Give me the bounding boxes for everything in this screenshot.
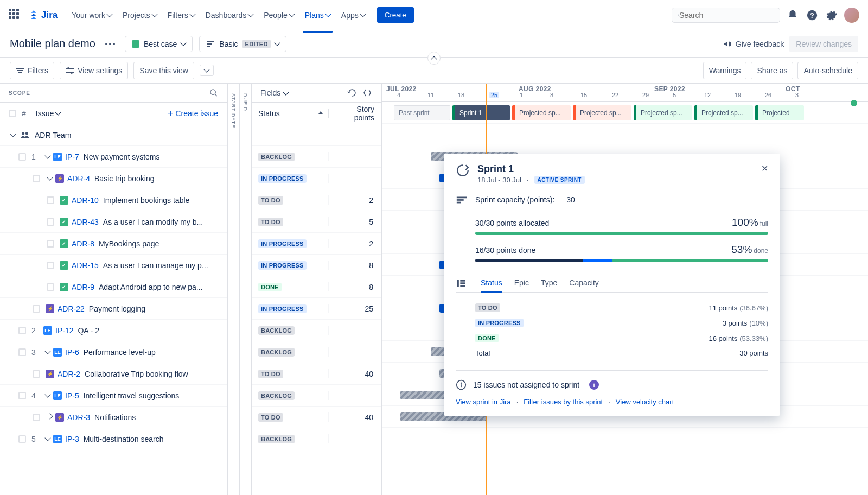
create-issue-button[interactable]: +Create issue <box>168 109 218 118</box>
warnings-button[interactable]: Warnings <box>703 62 747 79</box>
nav-item-apps[interactable]: Apps <box>336 7 371 24</box>
row-checkbox[interactable] <box>47 283 54 291</box>
panel-link[interactable]: View velocity chart <box>616 398 674 406</box>
nav-item-people[interactable]: People <box>258 7 299 24</box>
nav-item-filters[interactable]: Filters <box>162 7 200 24</box>
issue-row[interactable]: ⚡ADR-2Collaborative Trip booking flow <box>0 363 227 384</box>
row-checkbox[interactable] <box>47 240 54 248</box>
tab-type[interactable]: Type <box>541 274 557 292</box>
fields-label[interactable]: Fields <box>260 88 280 97</box>
sprint-bar[interactable]: Projected <box>755 105 804 120</box>
search-box[interactable] <box>672 8 780 23</box>
row-checkbox[interactable] <box>33 175 40 182</box>
issue-row[interactable]: 2LEIP-12QA - 2 <box>0 319 227 341</box>
issue-key[interactable]: ADR-8 <box>72 239 94 248</box>
expand-toggle[interactable] <box>9 131 17 139</box>
status-column-header[interactable]: Status <box>252 109 329 118</box>
status-lozenge[interactable]: TO DO <box>258 218 283 226</box>
sprint-bar[interactable]: Sprint 1 <box>452 105 510 120</box>
issue-row[interactable]: ⚡ADR-22Payment logging <box>0 297 227 319</box>
issue-row[interactable]: ✓ADR-9Adapt Android app to new pa... <box>0 276 227 297</box>
issue-key[interactable]: IP-7 <box>65 153 79 161</box>
status-lozenge[interactable]: BACKLOG <box>258 153 295 161</box>
issue-row[interactable]: ✓ADR-10Implement bookings table <box>0 189 227 211</box>
issue-column-header[interactable]: Issue <box>36 109 60 118</box>
issue-key[interactable]: ADR-9 <box>72 283 94 291</box>
issue-key[interactable]: ADR-43 <box>72 218 99 226</box>
row-checkbox[interactable] <box>33 370 40 378</box>
collapse-header-button[interactable] <box>427 52 441 65</box>
nav-item-projects[interactable]: Projects <box>117 7 162 24</box>
share-as-button[interactable]: Share as <box>751 62 793 79</box>
issue-key[interactable]: IP-6 <box>65 348 79 357</box>
expand-toggle[interactable] <box>46 174 54 183</box>
panel-link[interactable]: Filter issues by this sprint <box>524 398 603 406</box>
issue-key[interactable]: ADR-4 <box>67 174 90 183</box>
notifications-icon[interactable] <box>786 8 800 22</box>
status-lozenge[interactable]: BACKLOG <box>258 391 295 400</box>
issue-row[interactable]: 1LEIP-7New payment systems <box>0 145 227 167</box>
nav-item-plans[interactable]: Plans <box>299 7 336 24</box>
save-view-more-button[interactable] <box>200 65 214 76</box>
status-lozenge[interactable]: TO DO <box>258 413 283 422</box>
auto-schedule-button[interactable]: Auto-schedule <box>797 62 858 79</box>
issue-key[interactable]: IP-3 <box>65 435 79 443</box>
status-lozenge[interactable]: IN PROGRESS <box>258 261 307 270</box>
issue-row[interactable]: ⚡ADR-4Basic trip booking <box>0 167 227 189</box>
settings-icon[interactable] <box>825 8 839 22</box>
status-lozenge[interactable]: DONE <box>258 283 282 291</box>
row-checkbox[interactable] <box>18 392 26 399</box>
status-lozenge[interactable]: IN PROGRESS <box>258 174 307 183</box>
status-lozenge[interactable]: TO DO <box>258 370 283 378</box>
expand-toggle[interactable] <box>43 435 52 443</box>
expand-toggle[interactable] <box>46 413 54 422</box>
row-checkbox[interactable] <box>18 153 26 161</box>
issue-key[interactable]: ADR-15 <box>72 261 99 270</box>
sprint-bar[interactable]: Projected sp... <box>694 105 753 120</box>
view-settings-button[interactable]: View settings <box>60 62 128 79</box>
give-feedback-button[interactable]: Give feedback <box>723 39 784 49</box>
info-badge-icon[interactable]: i <box>589 380 599 390</box>
collapse-icon[interactable] <box>362 88 372 98</box>
row-checkbox[interactable] <box>33 305 40 313</box>
row-checkbox[interactable] <box>18 348 26 356</box>
help-icon[interactable]: ? <box>805 8 819 22</box>
issue-key[interactable]: ADR-22 <box>58 304 85 313</box>
tab-epic[interactable]: Epic <box>514 274 529 292</box>
filters-button[interactable]: Filters <box>10 62 54 79</box>
user-avatar[interactable] <box>844 8 859 23</box>
row-checkbox[interactable] <box>18 327 26 334</box>
more-actions-icon[interactable] <box>102 40 118 48</box>
issue-row[interactable]: ✓ADR-8MyBookings page <box>0 232 227 254</box>
row-checkbox[interactable] <box>33 414 40 421</box>
issue-key[interactable]: IP-12 <box>55 326 73 335</box>
row-checkbox[interactable] <box>47 196 54 204</box>
status-lozenge[interactable]: IN PROGRESS <box>258 304 307 313</box>
nav-item-your-work[interactable]: Your work <box>66 7 117 24</box>
issue-key[interactable]: ADR-10 <box>72 196 99 205</box>
tab-capacity[interactable]: Capacity <box>569 274 598 292</box>
panel-link[interactable]: View sprint in Jira <box>456 398 511 406</box>
save-view-button[interactable]: Save this view <box>133 62 194 79</box>
status-lozenge[interactable]: IN PROGRESS <box>258 239 307 248</box>
close-icon[interactable]: ✕ <box>761 163 768 174</box>
status-lozenge[interactable]: TO DO <box>258 196 283 205</box>
status-lozenge[interactable]: BACKLOG <box>258 326 295 335</box>
issue-row[interactable]: ✓ADR-15As a user I can manage my p... <box>0 254 227 276</box>
sprint-bar[interactable]: Projected sp... <box>634 105 692 120</box>
issue-key[interactable]: ADR-3 <box>67 413 90 422</box>
sprint-bar[interactable]: Projected sp... <box>573 105 631 120</box>
issue-key[interactable]: IP-5 <box>65 391 79 400</box>
expand-toggle[interactable] <box>43 153 52 161</box>
create-button[interactable]: Create <box>377 7 414 23</box>
tab-status[interactable]: Status <box>481 274 502 293</box>
row-checkbox[interactable] <box>18 435 26 443</box>
select-all-checkbox[interactable] <box>9 110 16 117</box>
sprint-bar[interactable]: Past sprint <box>394 105 450 120</box>
points-column-header[interactable]: Story points <box>329 105 381 122</box>
scope-search-icon[interactable] <box>209 88 218 97</box>
search-input[interactable] <box>679 11 774 20</box>
hierarchy-selector[interactable]: Basic EDITED <box>199 36 286 52</box>
issue-row[interactable]: 3LEIP-6Performance level-up <box>0 341 227 363</box>
status-lozenge[interactable]: BACKLOG <box>258 348 295 357</box>
